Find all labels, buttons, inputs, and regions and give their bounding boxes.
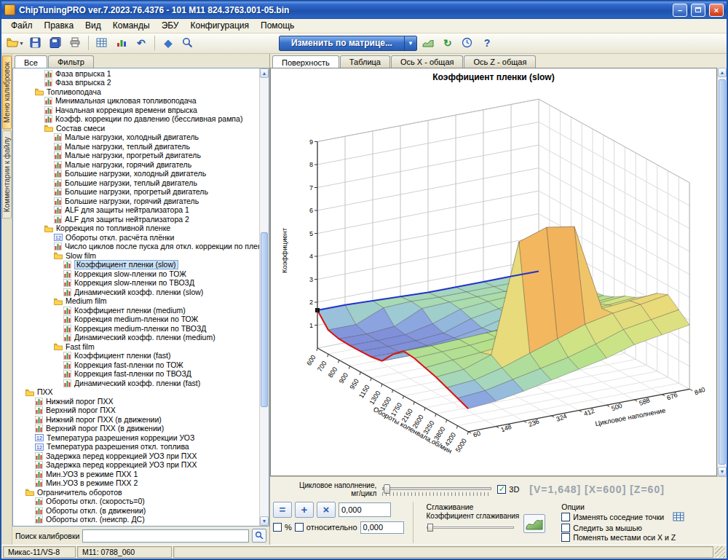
tree-item[interactable]: Коэффициент пленки (medium) <box>13 306 259 315</box>
tree-item[interactable]: Нижний порог ПХХ <box>13 397 259 406</box>
tree-item[interactable]: Минимальная цикловая топливоподача <box>13 96 259 106</box>
tree-folder[interactable]: Slow film <box>13 251 259 261</box>
tab-table[interactable]: Таблица <box>340 55 390 68</box>
menu-item-commands[interactable]: Команды <box>108 19 155 32</box>
scroll-down-icon[interactable]: ▼ <box>718 467 727 476</box>
save-all-button[interactable] <box>47 34 64 52</box>
option-follow-mouse[interactable]: Следить за мышью <box>561 524 684 532</box>
tree-folder[interactable]: Ограничитель оборотов <box>13 488 259 497</box>
tree-item[interactable]: Коррекция medium-пленки по ТОЖ <box>13 315 259 324</box>
tab-all[interactable]: Все <box>15 55 47 68</box>
tree-folder[interactable]: Коррекция по топливной пленке <box>13 224 259 233</box>
minimize-button[interactable]: – <box>673 4 687 17</box>
tree-item[interactable]: Нижний порог ПХХ (в движении) <box>13 415 259 425</box>
scroll-up-icon[interactable]: ▲ <box>260 68 269 78</box>
tree-item[interactable]: Коэфф. коррекции по давлению (бессливная… <box>13 114 259 124</box>
tree-item[interactable]: Мин.УОЗ в режиме ПХХ 2 <box>13 478 259 488</box>
tree-item[interactable]: 12Температура разрешения коррекции УОЗ <box>13 433 259 443</box>
print-button[interactable] <box>66 34 84 52</box>
search-input[interactable] <box>82 529 249 543</box>
zoom-button[interactable] <box>179 34 197 52</box>
help-button[interactable]: ? <box>478 34 496 52</box>
smoothing-slider[interactable] <box>427 523 514 533</box>
checkbox-percent[interactable] <box>273 523 282 532</box>
table-editor-button[interactable] <box>93 34 111 52</box>
tree-item[interactable]: Задержка перед коррекцией УОЗ при ПХХ <box>13 451 259 461</box>
refresh-button[interactable]: ↻ <box>439 34 456 52</box>
tree-item[interactable]: Обороты откл. (скорость=0) <box>13 497 259 506</box>
side-tab-file-comments[interactable]: Комментарии к файлу <box>2 130 12 218</box>
slider-thumb[interactable] <box>427 524 433 532</box>
multiply-value-button[interactable]: × <box>317 502 336 518</box>
tree-item[interactable]: Динамический коэфф. пленки (slow) <box>13 288 259 297</box>
add-value-button[interactable]: + <box>295 502 314 518</box>
checkbox-follow-mouse[interactable] <box>561 524 570 532</box>
tree-item[interactable]: Фаза впрыска 1 <box>13 69 259 79</box>
value-input[interactable] <box>339 502 391 517</box>
tree-item[interactable]: Большие нагрузки, теплый двигатель <box>13 178 259 188</box>
checksum-button[interactable]: ◆ <box>159 34 177 52</box>
tree-item[interactable]: 12Обороты откл. расчёта плёнки <box>13 233 259 242</box>
tree-item[interactable]: Начальная коррекция времени впрыска <box>13 106 259 115</box>
grid-icon[interactable] <box>673 512 684 523</box>
tree-item[interactable]: Коэффициент пленки (slow) <box>13 260 259 269</box>
tree-item[interactable]: 12Температура разрешения откл. топлива <box>13 442 259 451</box>
history-button[interactable] <box>459 34 476 52</box>
tree-item[interactable]: Коррекция medium-пленки по ТВОЗД <box>13 324 259 334</box>
resize-grip[interactable] <box>715 546 725 558</box>
save-button[interactable] <box>27 34 44 52</box>
maximize-button[interactable] <box>691 4 705 17</box>
tree-item[interactable]: ALF для защиты нейтрализатора 1 <box>13 205 259 215</box>
side-tab-calibrations[interactable]: Меню калибровок <box>2 55 12 129</box>
tree-folder[interactable]: Состав смеси <box>13 124 259 133</box>
scroll-down-icon[interactable]: ▼ <box>260 516 269 526</box>
relative-toggle[interactable]: относительно <box>295 523 357 532</box>
tree-item[interactable]: Большие нагрузки, прогретый двигатель <box>13 187 259 197</box>
tree-folder[interactable]: Medium film <box>13 296 259 306</box>
checkbox-relative[interactable] <box>295 523 304 532</box>
checkbox-swap-axes[interactable] <box>561 533 570 542</box>
tree-folder[interactable]: Fast film <box>13 342 259 352</box>
surface-chart[interactable]: 1234567896007008009009501150130015001750… <box>270 68 717 476</box>
tree-item[interactable]: Большие нагрузки, горячий двигатель <box>13 197 259 206</box>
tree-item[interactable]: Малые нагрузки, прогретый двигатель <box>13 151 259 160</box>
tree-item[interactable]: Малые нагрузки, холодный двигатель <box>13 133 259 142</box>
tree-item[interactable]: Фаза впрыска 2 <box>13 78 259 87</box>
tree-item[interactable]: Верхний порог ПХХ <box>13 406 259 415</box>
scroll-up-icon[interactable]: ▲ <box>718 68 727 77</box>
tree-scrollbar[interactable]: ▲ ▼ <box>259 68 269 526</box>
tree-item[interactable]: Коррекция fast-пленки по ТВОЗД <box>13 369 259 379</box>
tree-item[interactable]: Коррекция fast-пленки по ТОЖ <box>13 360 259 370</box>
menu-item-configuration[interactable]: Конфигурация <box>185 19 254 32</box>
tree-item[interactable]: Динамический коэфф. пленки (medium) <box>13 333 259 342</box>
percent-toggle[interactable]: % <box>273 523 292 532</box>
tree-item[interactable]: ALF для защиты нейтрализатора 2 <box>13 215 259 224</box>
close-button[interactable]: × <box>709 4 724 17</box>
tree-item[interactable]: Коррекция slow-пленки по ТВОЗД <box>13 278 259 288</box>
tab-z-axis[interactable]: Ось Z - общая <box>464 55 536 68</box>
checkbox-adjust-neighbors[interactable] <box>561 513 570 521</box>
checkbox-3d[interactable]: ✓ <box>497 485 506 494</box>
3d-toggle[interactable]: ✓ 3D <box>497 485 519 494</box>
tree-item[interactable]: Динамический коэфф. пленки (fast) <box>13 379 259 388</box>
apply-smoothing-button[interactable] <box>523 514 545 533</box>
set-value-button[interactable]: = <box>273 502 292 518</box>
open-file-button[interactable]: ▼ <box>6 34 25 52</box>
tab-filter[interactable]: Фильтр <box>48 55 94 68</box>
tree-item[interactable]: Коэффициент пленки (fast) <box>13 351 259 360</box>
tree-item[interactable]: Малые нагрузки, теплый двигатель <box>13 142 259 151</box>
option-swap-axes[interactable]: Поменять местами оси X и Z <box>561 533 684 542</box>
tree-item[interactable]: Число циклов после пуска для откл. корре… <box>13 242 259 251</box>
tab-surface[interactable]: Поверхность <box>272 55 339 68</box>
chart-editor-button[interactable] <box>113 34 130 52</box>
z-position-slider[interactable] <box>382 483 491 496</box>
menu-item-edit[interactable]: Правка <box>39 19 79 32</box>
option-adjust-neighbors[interactable]: Изменять соседние точки <box>561 512 684 523</box>
tree-item[interactable]: Большие нагрузки, холодный двигатель <box>13 169 259 178</box>
menu-item-ecu[interactable]: ЭБУ <box>157 19 184 32</box>
relative-value-input[interactable] <box>360 521 404 534</box>
menu-item-file[interactable]: Файл <box>6 19 38 32</box>
tree-folder[interactable]: Топливоподача <box>13 87 259 97</box>
compare-maps-button[interactable] <box>419 34 437 52</box>
tree-item[interactable]: Обороты откл. (неиспр. ДС) <box>13 515 259 524</box>
